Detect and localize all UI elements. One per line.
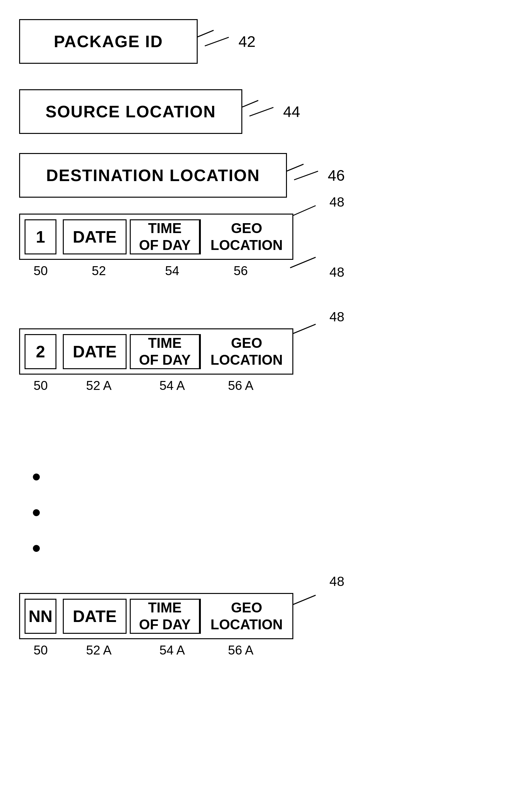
- scan-record-nn-seq: NN: [25, 599, 56, 634]
- svg-line-3: [290, 206, 316, 217]
- scan-record-nn-ref-top: 48: [329, 574, 344, 589]
- destination-location-ref-line: [294, 171, 318, 180]
- package-id-row: PACKAGE ID 42: [19, 19, 255, 64]
- label-54-1: 54: [135, 264, 209, 278]
- ellipsis-dots: •••: [32, 459, 41, 566]
- svg-line-6: [290, 595, 316, 606]
- scan-record-2-ref-top: 48: [329, 309, 344, 324]
- label-52a-nn: 52 A: [62, 643, 135, 657]
- source-location-ref: 44: [283, 103, 300, 121]
- source-location-label: SOURCE LOCATION: [46, 102, 216, 121]
- scan-record-nn-labels: 50 52 A 54 A 56 A: [19, 643, 293, 657]
- destination-location-row: DESTINATION LOCATION 46: [19, 153, 345, 198]
- label-52-1: 52: [62, 264, 135, 278]
- scan-record-1-group: 48 1 DATE TIMEOF DAY GEOLOCATION 50 52 5…: [19, 214, 293, 278]
- label-52a-2: 52 A: [62, 378, 135, 393]
- label-56a-nn: 56 A: [209, 643, 272, 657]
- package-id-box: PACKAGE ID: [19, 19, 198, 64]
- scan-record-1-geo: GEOLOCATION: [200, 219, 292, 255]
- scan-record-1-date: DATE: [63, 219, 127, 255]
- package-id-label: PACKAGE ID: [54, 32, 163, 51]
- source-location-ref-line: [249, 107, 274, 116]
- scan-record-2-time: TIMEOF DAY: [130, 334, 200, 369]
- source-location-row: SOURCE LOCATION 44: [19, 89, 300, 134]
- scan-record-nn-group: 48 NN DATE TIMEOF DAY GEOLOCATION 50 52 …: [19, 593, 293, 657]
- scan-record-1-ref-bottom: 48: [329, 265, 344, 280]
- scan-record-1-labels: 50 52 54 56: [19, 264, 293, 278]
- svg-line-5: [290, 324, 316, 335]
- scan-record-2-labels: 50 52 A 54 A 56 A: [19, 378, 293, 393]
- destination-location-label: DESTINATION LOCATION: [46, 166, 260, 185]
- scan-record-nn-time: TIMEOF DAY: [130, 599, 200, 634]
- scan-record-2-group: 48 2 DATE TIMEOF DAY GEOLOCATION 50 52 A…: [19, 329, 293, 393]
- source-location-box: SOURCE LOCATION: [19, 89, 242, 134]
- diagram-container: PACKAGE ID 42 SOURCE LOCATION 44 DESTINA…: [0, 0, 520, 812]
- package-id-ref: 42: [238, 33, 255, 50]
- label-54a-nn: 54 A: [135, 643, 209, 657]
- label-56-1: 56: [209, 264, 272, 278]
- label-50-nn: 50: [19, 643, 62, 657]
- scan-record-2-seq: 2: [25, 334, 56, 369]
- scan-record-2-box: 2 DATE TIMEOF DAY GEOLOCATION: [19, 329, 293, 374]
- scan-record-1-seq: 1: [25, 219, 56, 255]
- destination-location-box: DESTINATION LOCATION: [19, 153, 287, 198]
- scan-record-1-time: TIMEOF DAY: [130, 219, 200, 255]
- svg-line-4: [290, 257, 316, 268]
- scan-record-2-geo: GEOLOCATION: [200, 334, 292, 369]
- package-id-ref-line: [205, 37, 229, 46]
- scan-record-nn-box: NN DATE TIMEOF DAY GEOLOCATION: [19, 593, 293, 639]
- destination-location-ref: 46: [328, 167, 345, 184]
- label-50-2: 50: [19, 378, 62, 393]
- scan-record-2-date: DATE: [63, 334, 127, 369]
- scan-record-nn-date: DATE: [63, 599, 127, 634]
- scan-record-nn-geo: GEOLOCATION: [200, 599, 292, 634]
- scan-record-1-box: 1 DATE TIMEOF DAY GEOLOCATION: [19, 214, 293, 260]
- label-54a-2: 54 A: [135, 378, 209, 393]
- scan-record-1-ref-top: 48: [329, 194, 344, 210]
- label-56a-2: 56 A: [209, 378, 272, 393]
- label-50-1: 50: [19, 264, 62, 278]
